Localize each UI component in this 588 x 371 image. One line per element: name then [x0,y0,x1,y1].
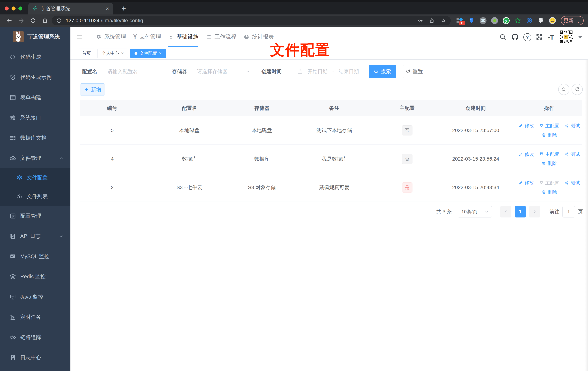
collapse-sidebar-icon[interactable] [76,33,84,41]
extension-command-icon[interactable]: ⌘ [480,17,486,24]
date-range-picker[interactable]: 开始日期 - 结束日期 [293,65,365,78]
browser-toolbar: 127.0.0.1:1024 /infra/file/file-config 1… [0,14,588,27]
avatar[interactable] [559,30,573,44]
app-logo[interactable]: 芋道管理系统 [0,27,70,42]
sidebar-item-system-api[interactable]: 系统接口 [0,108,70,128]
storage-select[interactable]: 请选择存储器 [193,65,254,78]
traffic-light-close[interactable] [5,7,9,11]
test-link[interactable]: 测试 [564,180,580,186]
tab-close-icon[interactable]: × [106,6,109,11]
delete-link[interactable]: 删除 [541,189,557,195]
forward-icon[interactable] [18,18,24,24]
extension-star-icon[interactable] [514,17,521,24]
extension-pin-icon[interactable]: 11 [457,17,463,24]
browser-tabstrip: 芋道管理系统 × + [0,2,588,14]
tag-tab-profile[interactable]: 个人中心 × [97,49,128,58]
date-end-input[interactable]: 结束日期 [337,68,361,75]
extension-y-icon[interactable]: y [503,17,510,24]
site-info-icon[interactable] [56,18,62,23]
sidebar-item-mysql-monitor[interactable]: MySQL 监控 [0,246,70,267]
page-size-select[interactable]: 10条/页 [458,206,492,217]
back-icon[interactable] [6,18,12,24]
share-icon[interactable] [429,18,434,23]
extension-balloon-icon[interactable] [468,17,475,24]
github-icon[interactable] [511,33,519,41]
delete-link[interactable]: 删除 [541,160,557,167]
search-icon[interactable] [499,33,506,41]
sidebar-item-code-gen-demo[interactable]: 代码生成示例 [0,67,70,87]
pagination: 共 3 条 10条/页 1 前往 页 [436,206,583,217]
test-link[interactable]: 测试 [564,123,580,129]
code-icon [9,54,16,61]
active-nav-underline [168,46,198,47]
reload-icon[interactable] [30,18,36,24]
topnav-workflow[interactable]: 工作流程 [206,27,236,47]
monitor-check-icon [168,34,174,40]
master-tag: 是 [402,182,412,192]
extension-emoji-icon[interactable] [549,17,556,24]
sidebar-item-java-monitor[interactable]: Java 监控 [0,287,70,307]
edit-link[interactable]: 修改 [518,180,534,186]
topnav-system[interactable]: 系统管理 [96,27,126,47]
tag-tab-home[interactable]: 首页 [78,49,95,58]
edit-link[interactable]: 修改 [518,151,534,158]
sidebar-item-db-doc[interactable]: 数据库文档 [0,128,70,148]
tag-tab-file-config[interactable]: 文件配置 × [130,49,166,58]
sidebar-item-file-list[interactable]: 文件列表 [0,187,70,206]
next-page-button[interactable] [529,206,540,217]
traffic-light-minimize[interactable] [11,7,16,11]
avatar-caret-icon[interactable] [578,36,582,39]
col-header-master: 主配置 [379,105,435,112]
edit-link[interactable]: 修改 [518,123,534,129]
extension-green-dot-icon[interactable] [491,17,498,24]
traffic-light-maximize[interactable] [18,7,22,11]
reset-button[interactable]: 重置 [403,65,425,78]
font-size-icon[interactable]: тT [548,34,554,41]
password-key-icon[interactable] [418,18,423,23]
extension-eye-icon[interactable] [526,17,533,24]
prev-page-button[interactable] [500,206,511,217]
extensions-bar: 11 ⌘ y [457,16,556,26]
col-header-id: 编号 [80,105,145,112]
home-icon[interactable] [42,18,48,24]
close-icon[interactable]: × [159,51,162,56]
sidebar-item-tracing[interactable]: 链路追踪 [0,327,70,348]
filter-name-input-wrap [103,65,164,78]
topnav-reports[interactable]: 统计报表 [243,27,274,47]
topnav-infrastructure[interactable]: 基础设施 [168,27,198,47]
master-config-link[interactable]: 主配置 [539,151,559,158]
toggle-search-button[interactable] [558,84,569,95]
date-start-input[interactable]: 开始日期 [305,68,330,75]
sidebar-item-file-manage[interactable]: 文件管理 [0,148,70,168]
sidebar-item-code-gen[interactable]: 代码生成 [0,47,70,67]
url-bar[interactable]: 127.0.0.1:1024 /infra/file/file-config [52,16,451,25]
refresh-table-button[interactable] [572,84,583,95]
search-button[interactable]: 搜索 [369,65,396,78]
delete-link[interactable]: 删除 [541,132,557,138]
new-tab-button[interactable]: + [121,4,126,13]
table-header-row: 编号 配置名 存储器 备注 主配置 创建时间 操作 [80,100,582,116]
close-icon[interactable]: × [121,51,124,56]
fullscreen-icon[interactable] [536,33,543,41]
extension-puzzle-icon[interactable] [537,17,544,24]
sidebar-item-redis-monitor[interactable]: Redis 监控 [0,267,70,287]
test-link[interactable]: 测试 [564,151,580,158]
page-unit-label: 页 [578,208,583,215]
help-icon[interactable]: ? [523,33,531,41]
browser-update-button[interactable]: 更新 ⋮ [561,16,584,25]
add-button[interactable]: 新增 [80,84,105,96]
sidebar-item-log-center[interactable]: 日志中心 [0,348,70,368]
config-name-input[interactable] [107,68,160,74]
browser-menu-icon[interactable]: ⋮ [576,18,581,24]
current-page-button[interactable]: 1 [515,206,526,217]
browser-tab[interactable]: 芋道管理系统 × [28,3,113,14]
bookmark-star-icon[interactable] [441,18,446,23]
master-config-link[interactable]: 主配置 [539,123,559,129]
topnav-payment[interactable]: ¥ 支付管理 [133,27,161,47]
sidebar-item-api-log[interactable]: API 日志 [0,226,70,246]
sidebar-item-config-manage[interactable]: 配置管理 [0,206,70,226]
sidebar-item-form-builder[interactable]: 表单构建 [0,87,70,108]
sidebar-item-file-config[interactable]: 文件配置 [0,168,70,187]
goto-page-input[interactable] [562,206,575,217]
sidebar-item-cron-jobs[interactable]: 定时任务 [0,307,70,327]
